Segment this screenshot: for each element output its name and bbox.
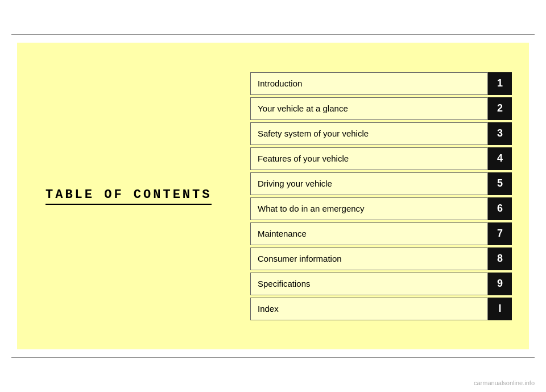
table-row[interactable]: Introduction1 [250,72,512,95]
toc-title: TABLE OF CONTENTS [46,188,212,205]
table-row[interactable]: Consumer information8 [250,247,512,270]
toc-item-number: 4 [488,147,512,170]
main-content-area: TABLE OF CONTENTS Introduction1Your vehi… [17,43,529,349]
toc-item-label: Driving your vehicle [250,172,488,195]
toc-item-number: 7 [488,222,512,245]
toc-item-label: Specifications [250,273,488,295]
toc-item-label: Your vehicle at a glance [250,97,488,120]
toc-item-label: Consumer information [250,247,488,270]
toc-item-number: 6 [488,197,512,220]
toc-item-number: 5 [488,172,512,195]
toc-item-number: 1 [488,72,512,95]
toc-list: Introduction1Your vehicle at a glance2Sa… [250,72,512,320]
table-row[interactable]: Driving your vehicle5 [250,172,512,195]
table-row[interactable]: Specifications9 [250,273,512,295]
table-row[interactable]: Safety system of your vehicle3 [250,122,512,145]
toc-item-label: Index [250,298,488,320]
top-divider [11,34,535,35]
table-row[interactable]: Your vehicle at a glance2 [250,97,512,120]
table-row[interactable]: Maintenance7 [250,222,512,245]
table-row[interactable]: What to do in an emergency6 [250,197,512,220]
toc-item-label: Safety system of your vehicle [250,122,488,145]
toc-item-label: Maintenance [250,222,488,245]
toc-item-label: Introduction [250,72,488,95]
toc-item-label: Features of your vehicle [250,147,488,170]
table-row[interactable]: Features of your vehicle4 [250,147,512,170]
toc-item-number: 2 [488,97,512,120]
toc-item-number: 3 [488,122,512,145]
toc-item-number: 8 [488,247,512,270]
watermark: carmanualsonline.info [474,379,535,386]
toc-item-label: What to do in an emergency [250,197,488,220]
bottom-divider [11,357,535,358]
left-panel: TABLE OF CONTENTS [34,188,250,205]
toc-item-number: 9 [488,273,512,295]
table-row[interactable]: IndexI [250,298,512,320]
toc-item-number: I [488,298,512,320]
